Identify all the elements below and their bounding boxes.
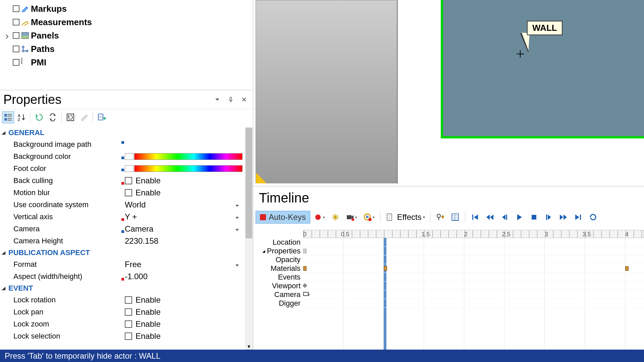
visibility-checkbox[interactable] bbox=[13, 19, 19, 25]
checkbox[interactable] bbox=[125, 296, 132, 304]
prop-value[interactable]: Enable bbox=[125, 319, 245, 329]
prop-row-foot-color: Foot color bbox=[0, 163, 245, 175]
timeline-ruler[interactable]: 00.51.522.533.54 bbox=[303, 230, 644, 238]
checkbox[interactable] bbox=[125, 320, 132, 328]
scroll-thumb[interactable] bbox=[246, 128, 252, 238]
checkbox[interactable] bbox=[125, 189, 132, 196]
track-lane-properties[interactable] bbox=[303, 247, 644, 255]
track-label-events[interactable]: Events bbox=[254, 273, 303, 282]
expand-icon[interactable] bbox=[5, 34, 9, 38]
track-lane-camera[interactable] bbox=[303, 290, 644, 299]
prop-value[interactable]: 2230.158 bbox=[125, 236, 245, 246]
prop-value[interactable] bbox=[125, 153, 245, 160]
track-label-viewport[interactable]: Viewport bbox=[254, 282, 303, 290]
visibility-checkbox[interactable] bbox=[13, 59, 19, 66]
track-label-materials[interactable]: Materials bbox=[254, 264, 303, 273]
keyframe-icon[interactable] bbox=[303, 249, 307, 253]
track-label-properties[interactable]: ◢Properties bbox=[254, 247, 303, 255]
keyframe-icon[interactable] bbox=[625, 266, 629, 271]
properties-scrollbar[interactable]: ▴ ▾ bbox=[245, 127, 253, 350]
prop-value[interactable]: World bbox=[125, 200, 245, 209]
color-spectrum-icon[interactable] bbox=[134, 153, 243, 160]
keyframe-icon[interactable] bbox=[303, 266, 307, 271]
step-back-button[interactable] bbox=[497, 210, 512, 224]
tree-item-pmi[interactable]: PMI bbox=[0, 56, 253, 69]
prop-refresh-button[interactable] bbox=[33, 111, 45, 123]
checkbox[interactable] bbox=[125, 177, 132, 184]
track-lane-events[interactable] bbox=[303, 273, 644, 282]
track-lane-digger[interactable] bbox=[303, 299, 644, 308]
panel-pin-button[interactable] bbox=[225, 94, 236, 105]
tree-item-markups[interactable]: Markups bbox=[0, 2, 253, 15]
play-button[interactable] bbox=[512, 210, 526, 224]
timeline-area[interactable]: 00.51.522.533.54 bbox=[303, 230, 644, 350]
prop-sync-button[interactable] bbox=[47, 111, 59, 123]
chevron-down-icon[interactable] bbox=[235, 200, 239, 209]
prop-value[interactable]: Enable bbox=[125, 295, 245, 305]
prop-value[interactable]: Camera bbox=[125, 224, 245, 234]
color-swatch[interactable] bbox=[125, 153, 133, 160]
track-lane-location[interactable] bbox=[303, 238, 644, 247]
camera-key-button[interactable] bbox=[343, 210, 360, 224]
autokeys-toggle[interactable]: Auto-Keys bbox=[256, 211, 310, 224]
prop-category-publication-aspect[interactable]: PUBLICATION ASPECT bbox=[0, 247, 245, 258]
viewport-3d[interactable]: WALL bbox=[254, 0, 644, 185]
stop-button[interactable] bbox=[527, 210, 541, 224]
prop-category-general[interactable]: GENERAL bbox=[0, 127, 245, 138]
prop-value[interactable]: -1.000 bbox=[125, 272, 245, 281]
prop-value[interactable]: Enable bbox=[125, 307, 245, 317]
go-end-button[interactable] bbox=[571, 210, 585, 224]
prop-category-event[interactable]: EVENT bbox=[0, 283, 245, 294]
prop-value[interactable]: Free bbox=[125, 260, 245, 269]
chevron-down-icon[interactable] bbox=[235, 224, 239, 234]
step-fwd-button[interactable] bbox=[542, 210, 556, 224]
prev-key-button[interactable] bbox=[483, 210, 497, 224]
next-key-button[interactable] bbox=[556, 210, 571, 224]
prop-value[interactable]: Enable bbox=[125, 176, 245, 185]
visibility-checkbox[interactable] bbox=[13, 5, 19, 12]
track-label-opacity[interactable]: Opacity bbox=[254, 255, 303, 264]
viewport-corner-handle-icon[interactable] bbox=[256, 173, 267, 183]
checkbox[interactable] bbox=[125, 308, 132, 316]
color-spectrum-icon[interactable] bbox=[134, 165, 243, 172]
record-key-button[interactable] bbox=[311, 210, 328, 224]
track-list-button[interactable] bbox=[448, 210, 462, 224]
prop-addprop-button[interactable] bbox=[96, 111, 108, 123]
keyframe-icon[interactable] bbox=[384, 266, 387, 271]
track-lane-viewport[interactable] bbox=[303, 282, 644, 290]
prop-eyedropper-button[interactable] bbox=[78, 111, 90, 123]
tree-item-panels[interactable]: Panels bbox=[0, 29, 253, 42]
color-swatch[interactable] bbox=[125, 165, 133, 172]
loop-button[interactable] bbox=[586, 210, 600, 224]
location-key-button[interactable] bbox=[328, 210, 342, 224]
prop-value[interactable]: Enable bbox=[125, 331, 245, 341]
track-lane-opacity[interactable] bbox=[303, 255, 644, 264]
collapse-icon[interactable]: ◢ bbox=[262, 249, 265, 253]
keyframe-tool-button[interactable] bbox=[433, 210, 447, 224]
prop-value[interactable] bbox=[125, 165, 245, 172]
prop-value[interactable]: Enable bbox=[125, 188, 245, 197]
track-label-location[interactable]: Location bbox=[254, 238, 303, 247]
prop-categorized-button[interactable] bbox=[2, 111, 14, 123]
digger-key-button[interactable] bbox=[361, 210, 377, 224]
tree-item-measurements[interactable]: Measurements bbox=[0, 15, 253, 29]
checkbox[interactable] bbox=[125, 333, 132, 340]
panel-menu-button[interactable] bbox=[212, 94, 223, 105]
scroll-down-icon[interactable]: ▾ bbox=[245, 343, 253, 350]
chevron-down-icon[interactable] bbox=[235, 212, 239, 222]
chevron-down-icon[interactable] bbox=[235, 260, 239, 269]
prop-alphasort-button[interactable]: AZ bbox=[15, 111, 28, 123]
keyframe-camera-icon[interactable] bbox=[303, 292, 309, 296]
visibility-checkbox[interactable] bbox=[13, 32, 19, 39]
panel-close-button[interactable] bbox=[239, 94, 250, 105]
track-label-digger[interactable]: Digger bbox=[254, 299, 303, 308]
prop-value[interactable]: Y + bbox=[125, 212, 245, 222]
track-label-camera[interactable]: Camera bbox=[254, 290, 303, 299]
keyframe-diamond-icon[interactable] bbox=[303, 283, 307, 288]
track-lane-materials[interactable] bbox=[303, 264, 644, 273]
prop-reset-button[interactable] bbox=[64, 111, 76, 123]
effects-menu-button[interactable]: Effects ▾ bbox=[383, 210, 428, 224]
tree-item-paths[interactable]: Paths bbox=[0, 42, 253, 56]
go-start-button[interactable] bbox=[468, 210, 482, 224]
visibility-checkbox[interactable] bbox=[13, 46, 19, 52]
